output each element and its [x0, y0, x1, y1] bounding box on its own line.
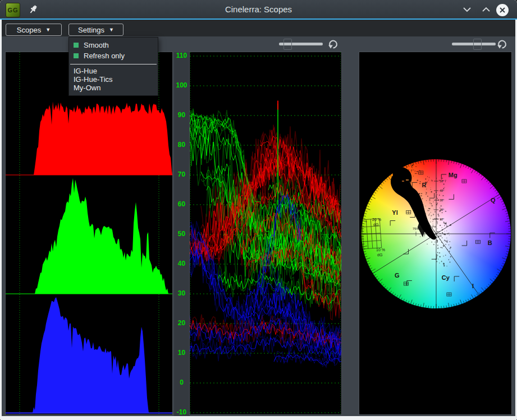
- window-title: Cinelerra: Scopes: [0, 0, 517, 19]
- scale-tick-label: 70: [174, 170, 189, 178]
- scale-tick-label: 100: [174, 81, 189, 89]
- waveform-panel[interactable]: [190, 52, 341, 414]
- vectorscope-zoom-slider[interactable]: [452, 38, 496, 49]
- vectorscope-degree-label: 38°: [440, 199, 444, 202]
- menu-item-label: Smooth: [84, 41, 109, 49]
- minimize-button[interactable]: [463, 6, 472, 13]
- scopes-window: GG Cinelerra: Scopes Scopes ▼: [0, 0, 517, 420]
- vectorscope-hue-label: Cy: [442, 274, 450, 281]
- menu-item-label: Refresh only: [84, 52, 125, 60]
- menu-item-label: My-Own: [74, 84, 100, 92]
- vectorscope-percent-label: 10 %: [376, 248, 385, 252]
- histogram-plot: [6, 52, 172, 414]
- vectorscope-percent-label: dG: [377, 253, 382, 257]
- checkbox-checked-icon: [74, 43, 79, 48]
- chevron-down-icon: ▼: [45, 27, 51, 33]
- waveform-zoom-slider[interactable]: [279, 38, 323, 49]
- menu-item-smooth[interactable]: Smooth: [69, 40, 158, 50]
- menu-item-ig-hue[interactable]: IG-Hue: [69, 67, 158, 75]
- scale-tick-label: -10: [174, 408, 189, 416]
- scale-tick-label: 110: [174, 52, 189, 59]
- scale-tick-label: 40: [174, 260, 189, 267]
- vectorscope-degree-label: 58°: [440, 179, 444, 183]
- settings-menu-label: Settings: [78, 26, 104, 34]
- vectorscope-hue-label: Q: [491, 197, 496, 204]
- vectorscope-hue-label: G: [395, 272, 400, 279]
- menu-item-refresh-only[interactable]: Refresh only: [69, 50, 158, 61]
- waveform-scale: 1101009080706050403020100-10: [174, 52, 190, 416]
- vectorscope-percent-label: dG: [373, 223, 378, 227]
- undo-icon[interactable]: [327, 39, 338, 50]
- scale-tick-label: 20: [174, 319, 189, 327]
- scale-tick-label: 30: [174, 289, 189, 297]
- slider-handle[interactable]: [283, 39, 292, 50]
- vectorscope-percent-label: 20 %: [372, 218, 381, 221]
- vectorscope-panel[interactable]: RMgQBICyGYl20 %dG10 %dG75%100 %58°48°38°…: [359, 52, 511, 414]
- settings-menu-button[interactable]: Settings ▼: [68, 24, 123, 36]
- scale-tick-label: 80: [174, 141, 189, 149]
- vectorscope-hue-label: B: [488, 239, 492, 246]
- menu-item-ig-hue-tics[interactable]: IG-Hue-Tics: [69, 75, 158, 84]
- chevron-down-icon: ▼: [109, 27, 114, 33]
- settings-dropdown-menu: SmoothRefresh onlyIG-HueIG-Hue-TicsMy-Ow…: [68, 37, 158, 96]
- scale-tick-label: 50: [174, 230, 189, 238]
- scale-tick-label: 0: [174, 379, 189, 386]
- window-titlebar[interactable]: GG Cinelerra: Scopes: [0, 0, 517, 19]
- scale-tick-label: 90: [174, 111, 189, 119]
- menu-item-label: IG-Hue-Tics: [74, 75, 113, 84]
- scale-tick-label: 10: [174, 349, 189, 357]
- slider-handle[interactable]: [473, 39, 482, 50]
- menu-bar: Scopes ▼ Settings ▼: [2, 20, 515, 36]
- scopes-menu-button[interactable]: Scopes ▼: [6, 24, 62, 36]
- vectorscope-hue-label: Yl: [392, 209, 397, 216]
- close-icon: [499, 7, 506, 13]
- histogram-panel[interactable]: [6, 52, 172, 414]
- scale-tick-label: 60: [174, 200, 189, 208]
- close-button[interactable]: [496, 4, 509, 16]
- checkbox-checked-icon: [74, 53, 79, 58]
- menu-item-label: IG-Hue: [74, 67, 97, 75]
- vectorscope-hue-label: Mg: [449, 172, 457, 178]
- maximize-button[interactable]: [482, 6, 491, 13]
- undo-icon[interactable]: [496, 39, 507, 50]
- menu-separator: [70, 64, 157, 64]
- vectorscope-degree-label: 48°: [440, 189, 444, 192]
- waveform-plot: [190, 52, 341, 414]
- vectorscope-graticule: RMgQBICyGYl20 %dG10 %dG75%100 %58°48°38°…: [359, 52, 511, 414]
- vectorscope-hue-label: I: [472, 283, 474, 289]
- menu-item-my-own[interactable]: My-Own: [69, 84, 158, 92]
- scopes-menu-label: Scopes: [17, 26, 41, 34]
